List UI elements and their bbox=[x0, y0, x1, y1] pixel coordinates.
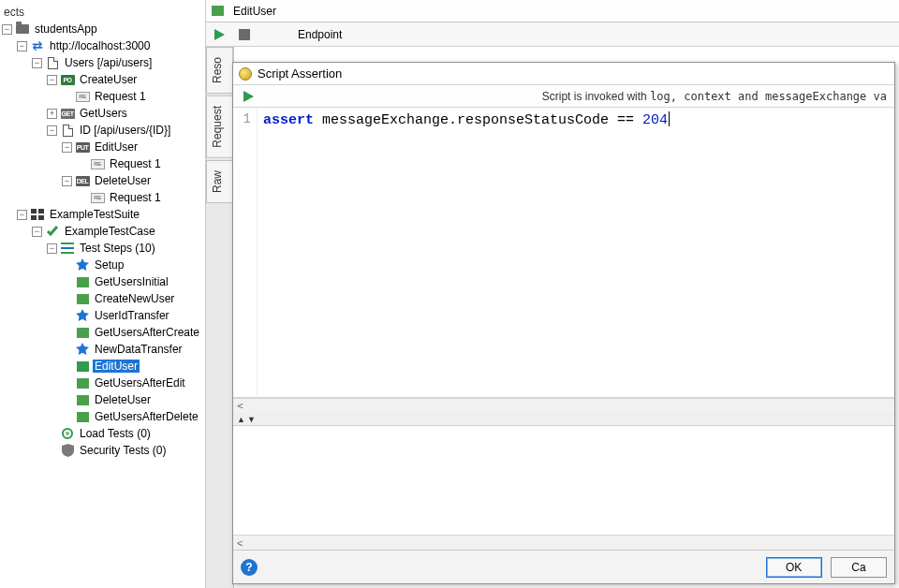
rest-step-icon bbox=[75, 359, 90, 374]
test-step-getusersinitial[interactable]: GetUsersInitial bbox=[60, 273, 205, 290]
post-method-icon: PO bbox=[60, 72, 75, 87]
test-steps-label: Test Steps (10) bbox=[78, 242, 157, 255]
load-tests-node[interactable]: Load Tests (0) bbox=[45, 425, 205, 442]
endpoint-node[interactable]: − http://localhost:3000 bbox=[15, 37, 205, 54]
log-pane[interactable] bbox=[233, 426, 894, 535]
test-step-createnewuser[interactable]: CreateNewUser bbox=[60, 290, 205, 307]
collapse-icon[interactable]: − bbox=[62, 176, 72, 186]
delete-user-request-label: Request 1 bbox=[108, 191, 163, 204]
edit-user-node[interactable]: − PUT EditUser bbox=[60, 139, 205, 155]
security-tests-node[interactable]: Security Tests (0) bbox=[45, 442, 205, 459]
delete-method-icon: DEL bbox=[75, 173, 90, 188]
svg-rect-3 bbox=[38, 215, 44, 220]
test-case-node[interactable]: − ExampleTestCase bbox=[30, 223, 205, 240]
rest-step-icon bbox=[75, 392, 90, 407]
stop-button[interactable] bbox=[237, 27, 252, 42]
code-body: messageExchange.responseStatusCode == bbox=[314, 112, 642, 128]
star-icon bbox=[75, 342, 90, 357]
editor-toolbar: Endpoint bbox=[206, 22, 899, 47]
rest-request-icon: RE bbox=[75, 89, 90, 104]
test-step-newdatatransfer[interactable]: NewDataTransfer bbox=[60, 341, 205, 358]
ok-button[interactable]: OK bbox=[766, 557, 822, 578]
endpoint-label: http://localhost:3000 bbox=[48, 39, 152, 52]
cancel-button[interactable]: Ca bbox=[831, 557, 887, 578]
line-gutter: 1 bbox=[233, 108, 258, 397]
delete-user-request-node[interactable]: RE Request 1 bbox=[75, 189, 205, 206]
test-step-useridtransfer[interactable]: UserIdTransfer bbox=[60, 307, 205, 324]
test-step-getusersafterdelete[interactable]: GetUsersAfterDelete bbox=[60, 408, 205, 425]
collapse-icon[interactable]: − bbox=[2, 24, 12, 35]
tab-raw[interactable]: Raw bbox=[206, 160, 233, 203]
collapse-icon[interactable]: − bbox=[47, 243, 57, 254]
put-method-icon: PUT bbox=[75, 140, 90, 154]
splitter-handle[interactable]: ▲ ▼ bbox=[233, 413, 894, 426]
step-label: DeleteUser bbox=[93, 393, 153, 406]
test-steps-node[interactable]: − Test Steps (10) bbox=[45, 240, 205, 257]
spacer bbox=[77, 193, 87, 203]
step-label: GetUsersAfterDelete bbox=[93, 410, 200, 423]
test-step-getusersaftercreate[interactable]: GetUsersAfterCreate bbox=[60, 324, 205, 341]
check-icon bbox=[45, 224, 60, 239]
delete-user-node[interactable]: − DEL DeleteUser bbox=[60, 172, 205, 189]
text-caret bbox=[669, 111, 670, 126]
spacer bbox=[62, 92, 72, 102]
expand-icon[interactable]: + bbox=[47, 109, 57, 119]
resource-icon bbox=[60, 123, 75, 138]
tab-resource[interactable]: Reso bbox=[206, 47, 233, 94]
endpoint-label: Endpoint bbox=[298, 28, 342, 41]
help-button[interactable]: ? bbox=[241, 559, 258, 576]
rest-step-icon bbox=[210, 4, 225, 19]
editor-titlebar: EditUser bbox=[206, 0, 899, 22]
projects-header: ects bbox=[0, 4, 205, 21]
resource-icon bbox=[45, 55, 60, 70]
tab-request[interactable]: Request bbox=[206, 96, 233, 158]
step-label: GetUsersAfterEdit bbox=[93, 376, 187, 390]
rest-request-icon: RE bbox=[90, 156, 105, 171]
collapse-icon[interactable]: − bbox=[32, 227, 42, 237]
create-user-request-node[interactable]: RE Request 1 bbox=[60, 88, 205, 105]
dialog-toolbar: Script is invoked with log, context and … bbox=[233, 85, 894, 108]
run-script-button[interactable] bbox=[241, 89, 256, 104]
svg-rect-0 bbox=[31, 209, 37, 213]
create-user-request-label: Request 1 bbox=[93, 90, 148, 103]
step-label: EditUser bbox=[93, 360, 140, 373]
keyword: assert bbox=[263, 112, 314, 128]
editor-h-scrollbar[interactable]: < bbox=[233, 398, 894, 413]
editor-title: EditUser bbox=[233, 5, 276, 18]
code-area[interactable]: assert messageExchange.responseStatusCod… bbox=[258, 108, 894, 397]
resource-users-node[interactable]: − Users [/api/users] bbox=[30, 54, 205, 71]
run-button[interactable] bbox=[212, 27, 227, 42]
dialog-titlebar: Script Assertion bbox=[233, 63, 894, 85]
log-h-scrollbar[interactable]: < bbox=[233, 535, 894, 550]
get-users-node[interactable]: + GET GetUsers bbox=[45, 105, 205, 122]
script-assertion-dialog: Script Assertion Script is invoked with … bbox=[232, 62, 895, 584]
resource-id-node[interactable]: − ID [/api/users/{ID}] bbox=[45, 122, 205, 139]
rest-request-icon: RE bbox=[90, 190, 105, 205]
step-label: GetUsersAfterCreate bbox=[93, 326, 201, 339]
folder-icon bbox=[15, 22, 30, 37]
collapse-icon[interactable]: − bbox=[17, 210, 27, 220]
app-root: ects − studentsApp − http://loc bbox=[0, 0, 899, 588]
collapse-icon[interactable]: − bbox=[47, 125, 57, 136]
collapse-icon[interactable]: − bbox=[17, 41, 27, 51]
test-suite-icon bbox=[30, 209, 45, 220]
script-hint: Script is invoked with log, context and … bbox=[542, 90, 887, 103]
delete-user-label: DeleteUser bbox=[93, 174, 153, 187]
test-suite-node[interactable]: − ExampleTestSuite bbox=[15, 206, 205, 223]
create-user-node[interactable]: − PO CreateUser bbox=[45, 71, 205, 88]
collapse-icon[interactable]: − bbox=[32, 58, 42, 68]
test-step-getusersafteredit[interactable]: GetUsersAfterEdit bbox=[60, 375, 205, 391]
project-node[interactable]: − studentsApp bbox=[0, 21, 205, 37]
collapse-icon[interactable]: − bbox=[62, 142, 72, 153]
step-label: Setup bbox=[93, 258, 125, 272]
dialog-title: Script Assertion bbox=[258, 66, 342, 81]
spacer bbox=[77, 159, 87, 169]
chevron-left-icon: < bbox=[237, 537, 243, 549]
edit-user-request-node[interactable]: RE Request 1 bbox=[75, 155, 205, 172]
test-step-setup[interactable]: Setup bbox=[60, 257, 205, 273]
script-editor[interactable]: 1 assert messageExchange.responseStatusC… bbox=[233, 108, 894, 398]
test-step-deleteuser[interactable]: DeleteUser bbox=[60, 391, 205, 408]
vertical-tabs: Reso Request Raw bbox=[206, 47, 234, 588]
test-step-edituser[interactable]: EditUser bbox=[60, 358, 205, 375]
collapse-icon[interactable]: − bbox=[47, 75, 57, 85]
